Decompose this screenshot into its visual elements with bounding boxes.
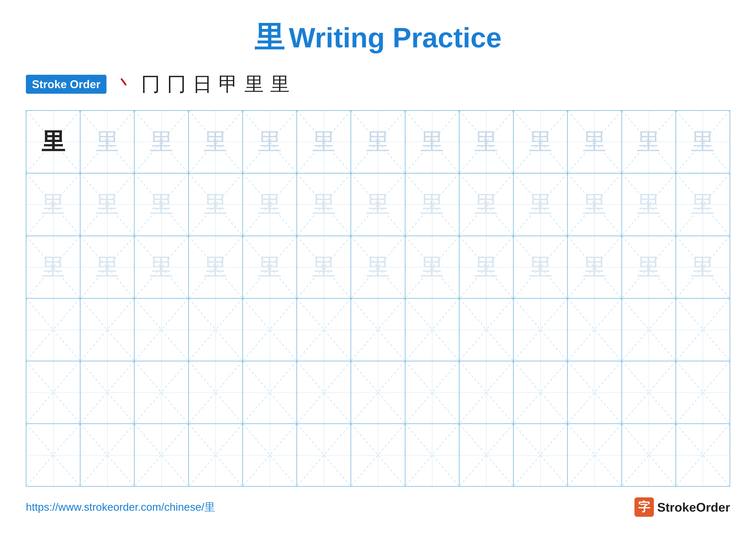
stroke-order-row: Stroke Order 丶 冂 冂 日 甲 里 里 <box>26 71 730 97</box>
grid-cell-3-9[interactable]: 里 <box>459 236 514 298</box>
svg-line-84 <box>189 298 242 361</box>
grid-cell-2-2[interactable]: 里 <box>80 173 134 236</box>
grid-cell-1-10[interactable]: 里 <box>514 111 568 173</box>
grid-cell-1-12[interactable]: 里 <box>622 111 676 173</box>
grid-cell-1-4[interactable]: 里 <box>189 111 243 173</box>
grid-cell-5-12[interactable] <box>622 361 676 423</box>
svg-line-97 <box>514 298 567 361</box>
grid-cell-2-6[interactable]: 里 <box>297 173 351 236</box>
svg-line-154 <box>676 424 730 486</box>
grid-cell-2-7[interactable]: 里 <box>351 173 405 236</box>
grid-cell-3-6[interactable]: 里 <box>297 236 351 298</box>
grid-cell-3-4[interactable]: 里 <box>189 236 243 298</box>
grid-cell-4-7[interactable] <box>351 298 405 361</box>
svg-line-125 <box>568 361 621 423</box>
grid-cell-6-12[interactable] <box>622 424 676 486</box>
char-light: 里 <box>528 126 552 158</box>
grid-cell-3-13[interactable]: 里 <box>676 236 730 298</box>
grid-cell-5-10[interactable] <box>514 361 568 423</box>
grid-cell-1-6[interactable]: 里 <box>297 111 351 173</box>
grid-cell-1-7[interactable]: 里 <box>351 111 405 173</box>
grid-cell-3-11[interactable]: 里 <box>568 236 622 298</box>
grid-cell-2-1[interactable]: 里 <box>26 173 80 236</box>
grid-row-5 <box>26 361 730 424</box>
grid-cell-1-9[interactable]: 里 <box>459 111 514 173</box>
grid-cell-6-6[interactable] <box>297 424 351 486</box>
grid-cell-2-5[interactable]: 里 <box>243 173 297 236</box>
grid-cell-5-1[interactable] <box>26 361 80 423</box>
grid-cell-1-11[interactable]: 里 <box>568 111 622 173</box>
char-light: 里 <box>583 126 607 158</box>
grid-cell-6-8[interactable] <box>405 424 459 486</box>
grid-cell-3-2[interactable]: 里 <box>80 236 134 298</box>
grid-cell-4-2[interactable] <box>80 298 134 361</box>
grid-cell-4-1[interactable] <box>26 298 80 361</box>
grid-cell-5-8[interactable] <box>405 361 459 423</box>
svg-line-152 <box>622 424 676 486</box>
grid-cell-5-7[interactable] <box>351 361 405 423</box>
grid-cell-3-12[interactable]: 里 <box>622 236 676 298</box>
grid-cell-3-8[interactable]: 里 <box>405 236 459 298</box>
svg-line-124 <box>568 361 621 423</box>
char-light: 里 <box>312 126 336 158</box>
grid-cell-6-4[interactable] <box>189 424 243 486</box>
grid-cell-5-3[interactable] <box>134 361 189 423</box>
grid-cell-1-13[interactable]: 里 <box>676 111 730 173</box>
grid-cell-5-2[interactable] <box>80 361 134 423</box>
grid-cell-4-9[interactable] <box>459 298 514 361</box>
char-light: 里 <box>420 126 444 158</box>
grid-cell-6-9[interactable] <box>459 424 514 486</box>
grid-cell-5-11[interactable] <box>568 361 622 423</box>
stroke-order-badge: Stroke Order <box>26 75 106 94</box>
char-dark: 里 <box>41 126 65 158</box>
svg-line-135 <box>134 424 188 486</box>
grid-cell-2-13[interactable]: 里 <box>676 173 730 236</box>
grid-cell-6-2[interactable] <box>80 424 134 486</box>
grid-cell-6-3[interactable] <box>134 424 189 486</box>
grid-cell-1-2[interactable]: 里 <box>80 111 134 173</box>
svg-line-137 <box>189 424 242 486</box>
char-light: 里 <box>204 126 228 158</box>
grid-cell-6-11[interactable] <box>568 424 622 486</box>
grid-cell-4-12[interactable] <box>622 298 676 361</box>
grid-cell-2-3[interactable]: 里 <box>134 173 189 236</box>
grid-cell-4-8[interactable] <box>405 298 459 361</box>
grid-cell-2-11[interactable]: 里 <box>568 173 622 236</box>
grid-cell-3-10[interactable]: 里 <box>514 236 568 298</box>
grid-cell-4-4[interactable] <box>189 298 243 361</box>
grid-cell-6-1[interactable] <box>26 424 80 486</box>
grid-cell-2-4[interactable]: 里 <box>189 173 243 236</box>
grid-cell-4-13[interactable] <box>676 298 730 361</box>
grid-cell-4-10[interactable] <box>514 298 568 361</box>
grid-cell-1-3[interactable]: 里 <box>134 111 189 173</box>
grid-cell-2-12[interactable]: 里 <box>622 173 676 236</box>
grid-cell-3-5[interactable]: 里 <box>243 236 297 298</box>
grid-cell-5-13[interactable] <box>676 361 730 423</box>
grid-cell-1-1[interactable]: 里 <box>26 111 80 173</box>
grid-cell-4-3[interactable] <box>134 298 189 361</box>
grid-cell-2-8[interactable]: 里 <box>405 173 459 236</box>
grid-cell-1-8[interactable]: 里 <box>405 111 459 173</box>
svg-line-149 <box>514 424 567 486</box>
grid-cell-4-5[interactable] <box>243 298 297 361</box>
grid-cell-5-5[interactable] <box>243 361 297 423</box>
svg-line-86 <box>243 298 297 361</box>
grid-cell-2-10[interactable]: 里 <box>514 173 568 236</box>
grid-cell-5-9[interactable] <box>459 361 514 423</box>
grid-cell-5-4[interactable] <box>189 361 243 423</box>
grid-cell-6-7[interactable] <box>351 424 405 486</box>
grid-cell-3-7[interactable]: 里 <box>351 236 405 298</box>
grid-cell-5-6[interactable] <box>297 361 351 423</box>
grid-cell-2-9[interactable]: 里 <box>459 173 514 236</box>
svg-line-122 <box>514 361 567 423</box>
grid-cell-6-13[interactable] <box>676 424 730 486</box>
grid-cell-4-6[interactable] <box>297 298 351 361</box>
svg-line-141 <box>297 424 351 486</box>
grid-cell-4-11[interactable] <box>568 298 622 361</box>
grid-cell-6-5[interactable] <box>243 424 297 486</box>
svg-line-78 <box>26 298 80 361</box>
grid-cell-1-5[interactable]: 里 <box>243 111 297 173</box>
grid-cell-3-1[interactable]: 里 <box>26 236 80 298</box>
grid-cell-6-10[interactable] <box>514 424 568 486</box>
grid-cell-3-3[interactable]: 里 <box>134 236 189 298</box>
